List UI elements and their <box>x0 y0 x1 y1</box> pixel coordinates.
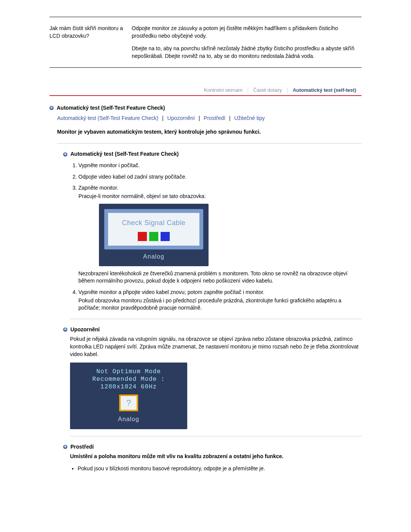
square-green-icon <box>149 232 158 241</box>
step-4: Vypněte monitor a připojte video kabel z… <box>78 289 362 312</box>
autotest-steps: Vypněte monitor i počítač. Odpojte video… <box>71 162 362 312</box>
osd-text: Check Signal Cable <box>111 218 196 228</box>
step-4-subtext: Pokud obrazovka monitoru zůstává i po př… <box>78 297 362 312</box>
osd-color-squares <box>111 232 196 241</box>
faq-answer: Odpojte monitor ze zásuvky a potom jej č… <box>132 25 362 60</box>
osd-check-signal-cable: Check Signal Cable Analog <box>99 204 209 266</box>
step-3: Zapněte monitor. Pracuje-li monitor norm… <box>78 184 362 285</box>
divider <box>57 143 362 144</box>
faq-row: Jak mám čistit skříň monitoru a LCD obra… <box>49 17 362 68</box>
faq-question: Jak mám čistit skříň monitoru a LCD obra… <box>49 25 132 60</box>
anchor-link-prostredi[interactable]: Prostředí <box>204 115 225 121</box>
prostredi-body: Umístění a poloha monitoru může mít vliv… <box>70 453 362 460</box>
section-heading-prostredi: Prostředí <box>63 443 362 451</box>
divider <box>70 436 362 436</box>
square-blue-icon <box>161 232 170 241</box>
section-heading-autotest: Automatický test (Self-Test Feature Chec… <box>63 150 362 158</box>
section-heading-text: Upozornění <box>70 326 100 334</box>
bullet-icon <box>63 445 67 449</box>
intro-text: Monitor je vybaven automatickým testem, … <box>57 128 362 136</box>
page-heading: Automatický test (Self-Test Feature Chec… <box>49 104 362 112</box>
step-2: Odpojte video kabel od zadní strany počí… <box>78 173 362 181</box>
bullet-icon <box>63 328 67 332</box>
anchor-link-upozorneni[interactable]: Upozornění <box>167 115 195 121</box>
osd-line-1: Not Optimum Mode <box>75 368 182 375</box>
prostredi-bullet: Pokud jsou v blízkosti monitoru basové r… <box>78 465 362 473</box>
faq-answer-paragraph: Dbejte na to, aby na povrchu skříně nezů… <box>132 45 362 60</box>
bullet-icon <box>63 152 67 157</box>
step-1: Vypněte monitor i počítač. <box>78 162 362 169</box>
upozorneni-body: Pokud je nějaká závada na vstupním signá… <box>70 335 362 358</box>
osd-line-3: 1280x1024 60Hz <box>75 383 182 391</box>
page-heading-text: Automatický test (Self-Test Feature Chec… <box>57 104 165 112</box>
bullet-icon <box>49 106 54 110</box>
osd-mode-label: Analog <box>75 415 182 423</box>
faq-answer-paragraph: Odpojte monitor ze zásuvky a potom jej č… <box>132 25 362 40</box>
anchor-link-autotest[interactable]: Automatický test (Self-Test Feature Chec… <box>57 115 158 121</box>
osd-mode-label: Analog <box>104 252 203 261</box>
tab-caste-dotazy[interactable]: Časté dotazy <box>248 85 287 95</box>
link-separator: | <box>162 115 164 121</box>
osd-line-2: Recommended Mode : <box>75 375 182 383</box>
osd-not-optimum-mode: Not Optimum Mode Recommended Mode : 1280… <box>70 363 187 429</box>
section-heading-text: Automatický test (Self-Test Feature Chec… <box>70 150 178 158</box>
step-3-subtext: Pracuje-li monitor normálně, objeví se t… <box>78 193 362 200</box>
section-heading-text: Prostředí <box>70 443 94 451</box>
anchor-link-uzitecne-tipy[interactable]: Užitečné tipy <box>234 115 265 121</box>
section-heading-upozorneni: Upozornění <box>63 326 362 334</box>
link-separator: | <box>229 115 231 121</box>
step-3-note: Nezobrazení kterékohokoli ze čtverečků z… <box>78 270 362 285</box>
tab-strip: Kontrolní seznam Časté dotazy Automatick… <box>49 85 362 96</box>
anchor-links: Automatický test (Self-Test Feature Chec… <box>57 115 362 122</box>
osd-panel: Check Signal Cable <box>104 209 203 249</box>
divider <box>70 319 362 319</box>
link-separator: | <box>199 115 200 121</box>
square-red-icon <box>138 232 147 241</box>
question-mark-icon: ? <box>119 395 138 411</box>
tab-automaticky-test[interactable]: Automatický test (self-test) <box>287 85 362 95</box>
prostredi-bullets: Pokud jsou v blízkosti monitoru basové r… <box>78 465 362 473</box>
tab-kontrolni-seznam[interactable]: Kontrolní seznam <box>199 85 248 95</box>
